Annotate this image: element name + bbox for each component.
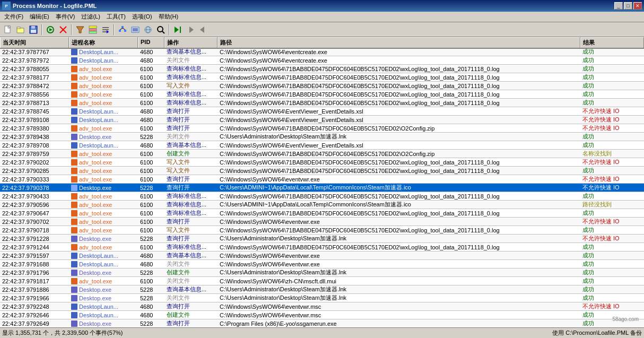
- table-row[interactable]: 22:42:37.9788055 adv_tool.exe 6100 查询标准信…: [0, 65, 644, 73]
- cell-path: C:\Windows\SysWOW64\EventViewer_EventDet…: [217, 107, 580, 115]
- table-row[interactable]: 22:42:37.9791688 DesktopLaun... 4680 关闭文…: [0, 260, 644, 268]
- table-row[interactable]: 22:42:37.9789380 adv_tool.exe 6100 查询打开 …: [0, 124, 644, 133]
- cell-op: 查询打开: [164, 319, 217, 327]
- table-row[interactable]: 22:42:37.9788177 adv_tool.exe 6100 查询标准信…: [0, 73, 644, 82]
- table-row[interactable]: 22:42:37.9790596 adv_tool.exe 6100 查询标准信…: [0, 201, 644, 209]
- toolbar-autoscroll[interactable]: [100, 24, 111, 36]
- cell-op: 查询打开: [164, 107, 217, 115]
- table-row[interactable]: 22:42:37.9789708 DesktopLaun... 4680 查询基…: [0, 141, 644, 150]
- table-row[interactable]: 22:42:37.9791796 Desktop.exe 5228 创建文件 C…: [0, 268, 644, 277]
- cell-time: 22:42:37.9788745: [0, 107, 69, 115]
- cell-path: C:\Users\ADMINI~1\AppData\Local\Temp\Com…: [217, 184, 580, 192]
- cell-op: 创建文件: [164, 150, 217, 158]
- toolbar-virtual-memory[interactable]: [129, 24, 141, 36]
- menu-edit[interactable]: 编辑(E): [27, 12, 53, 22]
- toolbar-process-tree[interactable]: [117, 24, 128, 36]
- table-row[interactable]: 22:42:37.9791597 DesktopLaun... 4680 查询基…: [0, 252, 644, 260]
- table-row[interactable]: 22:42:37.9788713 adv_tool.exe 6100 查询标准信…: [0, 99, 644, 107]
- table-row[interactable]: 22:42:37.9790285 adv_tool.exe 6100 写入文件 …: [0, 167, 644, 175]
- cell-pid: 4680: [138, 302, 164, 310]
- title-buttons[interactable]: _ □ ✕: [614, 2, 642, 10]
- col-header-path[interactable]: 路径: [217, 37, 580, 48]
- cell-op: 查询标准信息...: [164, 192, 217, 200]
- toolbar-network[interactable]: [142, 24, 154, 36]
- toolbar-forward[interactable]: [197, 24, 209, 36]
- cell-process: DesktopLaun...: [69, 311, 138, 319]
- menu-help[interactable]: 帮助(H): [155, 12, 181, 22]
- table-row[interactable]: 22:42:37.9790718 adv_tool.exe 6100 写入文件 …: [0, 226, 644, 235]
- toolbar-capture[interactable]: [45, 24, 56, 36]
- table-row[interactable]: 22:42:37.9789759 adv_tool.exe 6100 创建文件 …: [0, 150, 644, 158]
- toolbar-open[interactable]: [15, 24, 27, 36]
- toolbar-sep4: [169, 24, 170, 35]
- table-row[interactable]: 22:42:37.9790202 adv_tool.exe 6100 写入文件 …: [0, 158, 644, 167]
- cell-pid: 6100: [138, 99, 164, 107]
- cell-path: C:\Users\ADMINI~1\AppData\Local\Temp\Com…: [217, 201, 580, 209]
- toolbar-save[interactable]: [28, 24, 39, 36]
- table-row[interactable]: 22:42:37.9791817 adv_tool.exe 6100 关闭文件 …: [0, 277, 644, 285]
- minimize-button[interactable]: _: [614, 2, 623, 10]
- cell-op: 创建文件: [164, 268, 217, 276]
- cell-process: adv_tool.exe: [69, 73, 138, 81]
- cell-time: 22:42:37.9789108: [0, 116, 69, 124]
- cell-op: 查询打开: [164, 124, 217, 132]
- cell-pid: 6100: [138, 82, 164, 90]
- cell-pid: 6100: [138, 243, 164, 251]
- col-header-time[interactable]: 当天时间: [0, 37, 69, 48]
- close-button[interactable]: ✕: [633, 2, 642, 10]
- table-body[interactable]: 22:42:37.9785845 DesktopLaun... 4680 创建文…: [0, 49, 644, 327]
- menu-options[interactable]: 选项(O): [129, 12, 155, 22]
- table-row[interactable]: 22:42:37.9789108 DesktopLaun... 4680 查询打…: [0, 116, 644, 124]
- toolbar-new[interactable]: [2, 24, 14, 36]
- toolbar-highlight[interactable]: [87, 24, 99, 36]
- table-row[interactable]: 22:42:37.9791228 Desktop.exe 5228 查询打开 C…: [0, 235, 644, 243]
- toolbar-filter[interactable]: [74, 24, 86, 36]
- table-row[interactable]: 22:42:37.9788556 adv_tool.exe 6100 查询标准信…: [0, 90, 644, 99]
- table-row[interactable]: 22:42:37.9787972 DesktopLaun... 4680 关闭文…: [0, 56, 644, 65]
- col-header-process[interactable]: 进程名称: [69, 37, 138, 48]
- col-header-pid[interactable]: PID: [138, 37, 164, 48]
- cell-pid: 6100: [138, 65, 164, 73]
- table-row[interactable]: 22:42:37.9788745 DesktopLaun... 4680 查询打…: [0, 107, 644, 116]
- table-row[interactable]: 22:42:37.9790433 adv_tool.exe 6100 查询标准信…: [0, 192, 644, 201]
- cell-pid: 5228: [138, 294, 164, 302]
- toolbar-find[interactable]: [155, 24, 167, 36]
- cell-path: C:\Windows\SysWOW64\71BAB8DE0475DF0C604E…: [217, 82, 580, 90]
- cell-time: 22:42:37.9788556: [0, 90, 69, 98]
- table-row[interactable]: 22:42:37.9788472 adv_tool.exe 6100 写入文件 …: [0, 82, 644, 90]
- table-row[interactable]: 22:42:37.9787767 DesktopLaun... 4680 查询基…: [0, 49, 644, 56]
- menu-tools[interactable]: 工具(T): [103, 12, 129, 22]
- svg-rect-6: [31, 26, 35, 29]
- table-row[interactable]: 22:42:37.9789438 Desktop.exe 5228 关闭文件 C…: [0, 133, 644, 141]
- svg-marker-12: [76, 27, 84, 33]
- toolbar-clear[interactable]: [57, 24, 69, 36]
- cell-process: adv_tool.exe: [69, 218, 138, 226]
- menu-filter[interactable]: 过滤(L): [78, 12, 103, 22]
- cell-process: DesktopLaun...: [69, 302, 138, 310]
- cell-op: 查询打开: [164, 175, 217, 183]
- table-row[interactable]: 22:42:37.9791244 adv_tool.exe 6100 查询标准信…: [0, 243, 644, 252]
- menu-event[interactable]: 事件(V): [53, 12, 79, 22]
- cell-process: adv_tool.exe: [69, 201, 138, 209]
- table-row[interactable]: 22:42:37.9792248 DesktopLaun... 4680 查询打…: [0, 302, 644, 311]
- table-row[interactable]: 22:42:37.9791966 Desktop.exe 5228 关闭文件 C…: [0, 294, 644, 302]
- table-row[interactable]: 22:42:37.9792649 Desktop.exe 5228 查询打开 C…: [0, 319, 644, 327]
- cell-path: C:\Users\Administrator\Desktop\Steam加速器.…: [217, 235, 580, 242]
- cell-path: C:\Windows\SysWOW64\71BAB8DE0475DF0C604E…: [217, 73, 580, 81]
- col-header-result[interactable]: 结果: [580, 37, 644, 48]
- table-row[interactable]: 22:42:37.9790702 adv_tool.exe 6100 查询打开 …: [0, 218, 644, 226]
- menu-file[interactable]: 文件(F): [1, 12, 27, 22]
- maximize-button[interactable]: □: [624, 2, 632, 10]
- col-header-op[interactable]: 操作: [164, 37, 217, 48]
- table-row[interactable]: 22:42:37.9790333 adv_tool.exe 6100 查询打开 …: [0, 175, 644, 184]
- table-row[interactable]: 22:42:37.9791886 Desktop.exe 5228 查询基本信息…: [0, 285, 644, 294]
- toolbar-jump[interactable]: [172, 24, 184, 36]
- cell-process: Desktop.exe: [69, 133, 138, 141]
- cell-pid: 4680: [138, 141, 164, 149]
- cell-result: 不允许快速 IO: [580, 124, 644, 132]
- toolbar-back[interactable]: [185, 24, 196, 36]
- cell-result: 不允许快速 IO: [580, 235, 644, 242]
- table-row[interactable]: 22:42:37.9790647 adv_tool.exe 6100 查询标准信…: [0, 209, 644, 218]
- table-row[interactable]: 22:42:37.9792646 DesktopLaun... 4680 创建文…: [0, 311, 644, 319]
- table-row[interactable]: 22:42:37.9790378 Desktop.exe 5228 查询打开 C…: [0, 184, 644, 192]
